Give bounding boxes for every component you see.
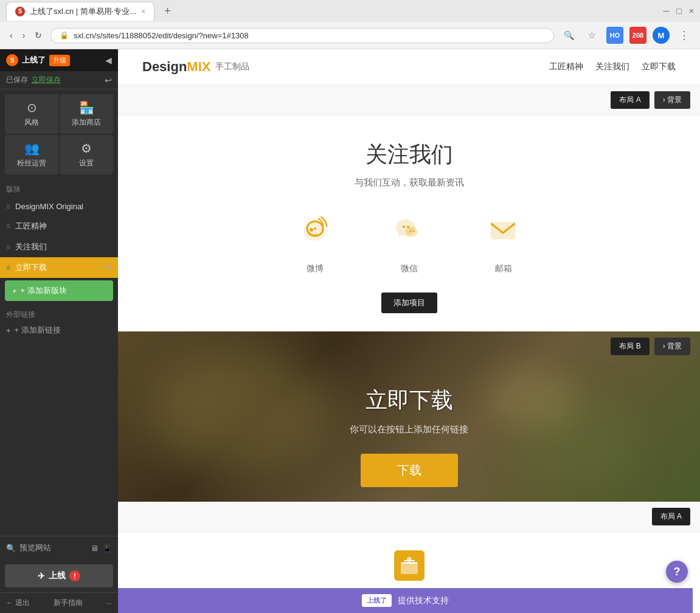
fans-label: 粉丝运营 [17,158,46,168]
download-btn[interactable]: 下载 [361,454,458,487]
follow-title: 关注我们 [130,140,688,170]
svg-point-3 [403,226,405,228]
section-follow-content: 关注我们 与我们互动，获取最新资讯 [118,116,700,331]
maximize-btn[interactable]: □ [676,6,681,16]
save-now-btn[interactable]: 立即保存 [32,75,61,85]
sidebar-item-followus[interactable]: ≡ 关注我们 [0,237,118,257]
add-link-btn[interactable]: + + 添加新链接 [6,322,112,338]
bottom-bar: 上线了 提供技术支持 [118,588,693,613]
sidebar-grid-item-fans[interactable]: 👥 粉丝运营 [5,135,58,175]
minimize-btn[interactable]: ─ [663,6,669,16]
sidebar-item-label-designmix: DesignMIX Original [15,202,83,211]
section-follow: 布局 A › 背景 关注我们 与我们互动，获取最新资讯 [118,85,700,331]
sidebar-item-label-download: 立即下载 [15,262,47,273]
sidebar-grid-item-style[interactable]: ⊙ 风格 [5,94,58,134]
social-email[interactable]: 邮箱 [487,213,520,274]
nav-link-craftspirit[interactable]: 工匠精神 [549,61,583,72]
sidebar-grid-item-settings[interactable]: ⚙ 设置 [60,135,113,175]
tab-favicon: S [15,7,25,16]
settings-icon: ⚙ [81,141,92,156]
social-icons-row: 微博 [130,213,688,274]
bg-btn-follow[interactable]: › 背景 [654,91,690,109]
sidebar: S 上线了 升级 ◀ 已保存 立即保存 ↩ ⊙ 风格 🏪 添加商店 👥 [0,49,118,613]
back-btn[interactable]: ‹ [7,29,15,41]
add-link-icon: + [6,326,11,335]
close-btn[interactable]: × [689,6,694,16]
drag-icon-2: ≡ [6,222,10,230]
online-badge: ! [69,570,80,581]
save-status: 已保存 [6,75,28,85]
style-icon: ⊙ [27,100,37,115]
lock-icon: 🔒 [60,31,69,40]
forward-btn[interactable]: › [20,29,28,41]
address-box[interactable]: 🔒 sxl.cn/s/sites/11888052/edit/design/?n… [50,28,554,43]
download-title: 立即下载 [130,386,688,415]
sidebar-bottom: 🔍 预览网站 🖥 📱 ✈ 上线 ! ← 退出 新手指南 ··· [0,536,118,613]
browser-nav-btns: ‹ › ↻ [7,29,44,41]
download-subtitle: 你可以在按钮上添加任何链接 [130,424,688,435]
nav-item-delete-btn[interactable]: × [99,263,103,272]
layout-footer-btn[interactable]: 布局 A [652,508,690,525]
website-nav-links: 工匠精神 关注我们 立即下载 [549,61,676,72]
layout-b-btn[interactable]: 布局 B [611,338,649,355]
wechat-icon [392,213,426,254]
social-wechat[interactable]: 微信 [392,213,426,274]
shop-icon: 🏪 [79,100,94,115]
weibo-label: 微博 [307,263,324,274]
browser-titlebar: S 上线了sxl.cn | 简单易用·专业... × + ─ □ × [0,0,700,22]
browser-addressbar: ‹ › ↻ 🔒 sxl.cn/s/sites/11888052/edit/des… [0,22,700,49]
brand-subtitle: 手工制品 [215,61,249,72]
search-icon-preview: 🔍 [6,544,16,553]
window-controls: ─ □ × [663,6,694,16]
sidebar-grid-item-shop[interactable]: 🏪 添加商店 [60,94,113,134]
sidebar-item-download[interactable]: ≡ 立即下载 × ⚙ [0,257,118,278]
more-btn[interactable]: ··· [106,598,112,608]
svg-point-2 [314,227,316,230]
online-label: 上线 [49,570,66,581]
upgrade-btn[interactable]: 升级 [49,55,70,66]
sidebar-collapse-btn[interactable]: ◀ [105,55,112,65]
social-weibo[interactable]: 微博 [298,213,331,274]
add-item-btn[interactable]: 添加项目 [381,293,437,313]
preview-btn[interactable]: 🔍 预览网站 🖥 📱 [0,536,118,559]
ho-extension-icon[interactable]: HO [606,27,623,44]
phone-icon: 📱 [102,544,112,553]
guide-btn[interactable]: 新手指南 [54,598,83,608]
browser-chrome: S 上线了sxl.cn | 简单易用·专业... × + ─ □ × ‹ › ↻… [0,0,700,49]
help-btn[interactable]: ? [666,561,688,583]
logo-text: 上线了 [22,55,46,66]
bg-btn-download[interactable]: › 背景 [654,338,690,355]
drag-icon-3: ≡ [6,243,10,251]
website-nav: DesignMIX 手工制品 工匠精神 关注我们 立即下载 [118,49,700,85]
add-block-btn[interactable]: + + 添加新版块 [5,280,113,301]
browser-tab[interactable]: S 上线了sxl.cn | 简单易用·专业... × [6,2,154,21]
browser-title-left: S 上线了sxl.cn | 简单易用·专业... × + [6,2,176,21]
layout-a-btn[interactable]: 布局 A [611,91,649,109]
add-block-label: + 添加新版块 [21,285,67,296]
menu-icon[interactable]: ⋮ [676,27,693,44]
preview-label: 预览网站 [19,542,51,553]
sections-title: 版块 [0,179,118,197]
add-block-icon: + [12,286,17,296]
main-content[interactable]: DesignMIX 手工制品 工匠精神 关注我们 立即下载 布局 A › 背景 … [118,49,700,613]
search-icon[interactable]: 🔍 [560,27,577,44]
nav-item-settings-btn[interactable]: ⚙ [105,263,112,272]
section-footer-header: 布局 A [118,502,700,532]
profile-icon[interactable]: M [653,27,670,44]
208-icon[interactable]: 208 [629,27,646,44]
reload-btn[interactable]: ↻ [32,29,44,41]
nav-link-followus[interactable]: 关注我们 [595,61,629,72]
sidebar-grid: ⊙ 风格 🏪 添加商店 👥 粉丝运营 ⚙ 设置 [0,89,118,179]
ext-title: 外部链接 [6,306,112,322]
new-tab-btn[interactable]: + [159,2,176,20]
add-link-label: + 添加新链接 [15,325,61,336]
tab-close-btn[interactable]: × [141,7,145,16]
sidebar-item-craftspirit[interactable]: ≡ 工匠精神 [0,216,118,237]
bookmark-icon[interactable]: ☆ [583,27,600,44]
brand-name: DesignMIX [142,59,210,75]
exit-btn[interactable]: ← 退出 [6,598,30,608]
sidebar-item-designmix[interactable]: ≡ DesignMIX Original [0,197,118,216]
nav-link-download[interactable]: 立即下载 [642,61,676,72]
undo-btn[interactable]: ↩ [105,75,112,85]
online-btn[interactable]: ✈ 上线 ! [5,564,113,587]
